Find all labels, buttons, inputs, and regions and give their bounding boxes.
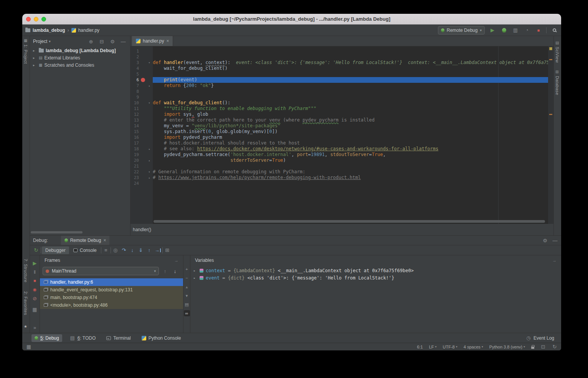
gutter-row[interactable]: 9 <box>130 94 153 100</box>
gear-icon[interactable]: ⚙ <box>541 237 549 244</box>
warning-stripe-mark[interactable] <box>549 59 552 60</box>
gutter-row[interactable]: 7▴ <box>130 83 153 89</box>
stripe-button-favorites[interactable]: 2: Favorites <box>23 291 28 315</box>
coverage-button[interactable]: ▥ <box>512 26 519 34</box>
variable-row[interactable]: ▸ event = {dict} <class 'dict'>: {'messa… <box>190 274 561 281</box>
rerun-button[interactable]: ↻ <box>32 247 40 254</box>
frame-row[interactable]: main, bootstrap.py:474 <box>40 294 183 301</box>
project-panel-title[interactable]: Project <box>33 39 47 44</box>
thread-dropdown[interactable]: MainThread ▾ <box>43 267 159 275</box>
tool-button-event-log[interactable]: ◷ Event Log <box>523 334 557 342</box>
stripe-button-project[interactable]: 1: Project <box>23 44 28 64</box>
pin-icon[interactable]: → <box>552 258 557 263</box>
gutter-row[interactable]: 11 <box>130 106 153 112</box>
breadcrumb-function[interactable]: handler() <box>133 227 151 232</box>
view-breakpoints-button[interactable]: ◉ <box>31 286 39 293</box>
editor-code[interactable]: def handler(event, context): event: <cla… <box>153 46 548 224</box>
hide-panel-button[interactable]: — <box>551 237 559 244</box>
fold-marker-icon[interactable]: ▴ <box>147 146 152 152</box>
gutter-row[interactable]: 14 <box>130 123 153 129</box>
run-button[interactable]: ▶ <box>489 26 496 34</box>
tool-window-switcher-icon[interactable]: ▦ <box>26 343 31 351</box>
profiler-button[interactable]: ◔ <box>523 26 531 34</box>
tool-button-todo[interactable]: ▤ 6: TODO <box>67 334 99 342</box>
gutter-row[interactable]: 18▴ <box>130 146 153 152</box>
evaluate-infinity-button[interactable]: ∞ <box>184 310 190 316</box>
tree-item-external-libraries[interactable]: ▸ ▤ External Libraries <box>30 54 130 61</box>
inspections-status-icon[interactable] <box>549 47 552 50</box>
move-down-button[interactable]: ▾ <box>184 293 190 299</box>
previous-frame-button[interactable]: ↑ <box>161 267 169 275</box>
show-execution-point-button[interactable]: ◎ <box>112 247 119 254</box>
next-frame-button[interactable]: ↓ <box>171 267 179 275</box>
more-icon[interactable]: » <box>31 324 39 331</box>
gutter-row[interactable]: 24 <box>130 181 153 186</box>
zoom-window-button[interactable] <box>41 17 46 21</box>
stripe-button-structure[interactable]: 7: Structure <box>23 259 28 283</box>
minimize-window-button[interactable] <box>34 17 38 21</box>
gutter-row[interactable]: 22▾ <box>130 169 153 175</box>
fold-marker-icon[interactable]: ▴ <box>147 158 152 163</box>
fold-marker-icon[interactable]: ▾ <box>147 169 152 175</box>
close-window-button[interactable] <box>26 17 31 21</box>
sync-icon[interactable]: ↻ <box>552 343 557 351</box>
mute-breakpoints-button[interactable]: ⊘ <box>31 294 39 302</box>
fold-marker-icon[interactable]: ▴ <box>147 175 152 181</box>
search-everywhere-button[interactable] <box>550 26 558 34</box>
indent-selector[interactable]: 4 spaces▾ <box>464 345 483 349</box>
variable-row[interactable]: ▸ context = {LambdaContext} <__main__.La… <box>190 267 561 274</box>
gutter-row[interactable]: 4 <box>130 66 153 71</box>
fold-marker-icon[interactable]: ▴ <box>147 83 152 89</box>
gutter-row[interactable]: 3▾ <box>130 60 153 66</box>
remove-watch-button[interactable]: − <box>184 275 190 281</box>
step-over-button[interactable]: ↷ <box>120 247 128 254</box>
gutter-row[interactable]: 8 <box>130 89 153 94</box>
frame-row[interactable]: handler, handler.py:6 <box>40 278 183 286</box>
interpreter-selector[interactable]: Python 3.8 (venv)▾ <box>489 345 525 349</box>
lock-icon[interactable] <box>531 347 534 349</box>
gutter-row[interactable]: 17 <box>130 140 153 146</box>
stop-button[interactable]: ■ <box>31 277 39 284</box>
horizontal-scrollbar[interactable] <box>154 220 545 223</box>
code-editor[interactable]: 123▾4567▴8910▾1112131415161718▴1920▴2122… <box>130 46 553 224</box>
tool-button-debug[interactable]: 5: Debug <box>31 334 62 342</box>
evaluate-expression-button[interactable]: ⊞ <box>164 247 171 254</box>
breadcrumb-project[interactable]: lambda_debug <box>33 28 65 33</box>
gutter-row[interactable]: 6 <box>130 77 153 83</box>
tool-button-python-console[interactable]: Python Console <box>139 334 184 342</box>
gutter-row[interactable]: 2 <box>130 54 153 60</box>
gutter-row[interactable]: 16 <box>130 135 153 140</box>
step-out-button[interactable]: ↑ <box>145 247 153 254</box>
gutter-row[interactable]: 12 <box>130 112 153 117</box>
line-ending-selector[interactable]: LF▾ <box>429 345 437 349</box>
stripe-button-sciview[interactable]: SciView <box>555 47 560 63</box>
gutter-row[interactable]: 1 <box>130 48 153 54</box>
frame-row[interactable]: handle_event_request, bootstrap.py:131 <box>40 286 183 294</box>
debug-session-tab[interactable]: Remote Debug × <box>61 236 110 245</box>
frame-row[interactable]: <module>, bootstrap.py:486 <box>40 301 183 309</box>
breakpoint-dot[interactable] <box>141 78 145 82</box>
step-into-button[interactable]: ↓ <box>129 247 136 254</box>
tree-item-project-root[interactable]: ▸ lambda_debug [Lambda Debug] <box>30 47 130 54</box>
resume-button[interactable]: ▶ <box>31 259 39 267</box>
close-icon[interactable]: × <box>103 238 106 243</box>
expand-chevron-icon[interactable]: ▸ <box>193 269 200 273</box>
error-stripe[interactable] <box>548 46 553 224</box>
run-config-selector[interactable]: Remote Debug ▾ <box>438 26 485 35</box>
fold-marker-icon[interactable]: ▾ <box>147 100 152 106</box>
expand-chevron-icon[interactable]: ▸ <box>193 276 200 280</box>
stripe-button-database[interactable]: Database <box>555 76 560 95</box>
caret-position[interactable]: 6:1 <box>417 345 423 349</box>
editor-tab-handler[interactable]: handler.py × <box>132 36 173 46</box>
run-to-cursor-button[interactable]: → <box>154 247 162 254</box>
tool-button-terminal[interactable]: Terminal <box>103 334 134 342</box>
gutter-row[interactable]: 19 <box>130 152 153 158</box>
hide-panel-button[interactable]: — <box>119 38 127 45</box>
warning-stripe-mark[interactable] <box>549 114 552 115</box>
editor-gutter[interactable]: 123▾4567▴8910▾1112131415161718▴1920▴2122… <box>130 46 153 224</box>
fold-marker-icon[interactable]: ▾ <box>147 60 152 66</box>
force-step-into-button[interactable]: ⇓ <box>137 247 145 254</box>
horizontal-scrollbar[interactable] <box>31 231 83 233</box>
move-up-button[interactable]: ▴ <box>184 284 190 290</box>
pin-icon[interactable]: → <box>174 258 178 263</box>
